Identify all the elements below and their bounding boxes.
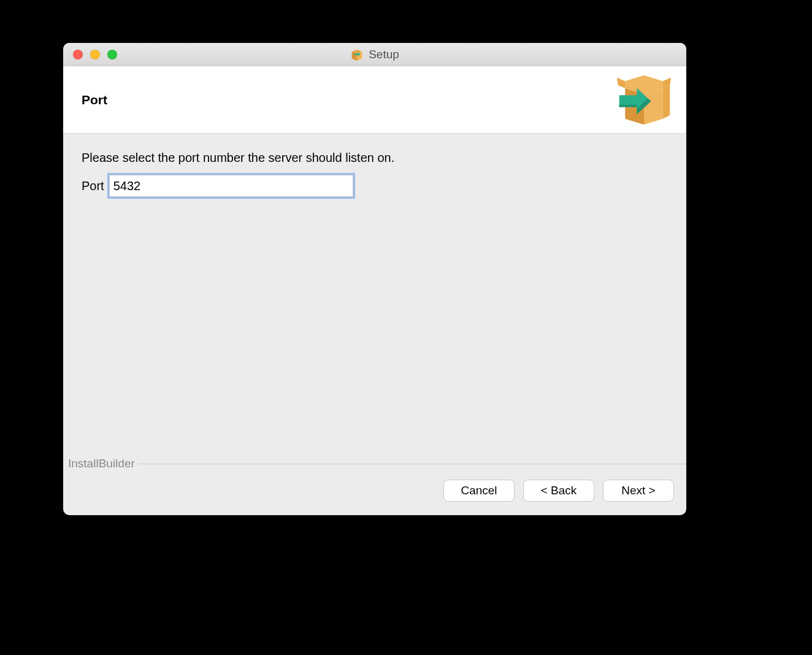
back-button[interactable]: < Back xyxy=(523,480,594,502)
svg-marker-0 xyxy=(352,49,362,60)
svg-marker-3 xyxy=(354,52,360,56)
installer-box-icon xyxy=(350,48,364,61)
traffic-lights xyxy=(63,50,117,59)
installer-box-large-icon xyxy=(613,71,675,129)
zoom-icon[interactable] xyxy=(107,50,117,59)
divider-line xyxy=(139,464,686,464)
port-label: Port xyxy=(82,179,104,193)
page-title: Port xyxy=(82,93,107,107)
window-title: Setup xyxy=(369,48,399,61)
next-button[interactable]: Next > xyxy=(603,480,674,502)
svg-marker-5 xyxy=(617,77,625,88)
setup-window: Setup Port Please select the port number… xyxy=(63,43,686,515)
port-field-row: Port xyxy=(82,175,668,197)
instruction-text: Please select the port number the server… xyxy=(82,151,668,165)
header: Port xyxy=(63,66,686,134)
footer: Cancel < Back Next > xyxy=(63,469,686,515)
cancel-button[interactable]: Cancel xyxy=(443,480,515,502)
branding-label: InstallBuilder xyxy=(63,457,139,470)
port-input[interactable] xyxy=(109,175,353,197)
svg-marker-9 xyxy=(663,85,670,119)
close-icon[interactable] xyxy=(73,50,83,59)
title-center: Setup xyxy=(63,48,686,61)
svg-marker-8 xyxy=(644,88,663,124)
content-area: Please select the port number the server… xyxy=(63,134,686,469)
branding-divider: InstallBuilder xyxy=(63,457,686,470)
titlebar: Setup xyxy=(63,43,686,66)
svg-marker-1 xyxy=(352,52,357,61)
minimize-icon[interactable] xyxy=(90,50,100,59)
svg-marker-2 xyxy=(357,52,362,61)
